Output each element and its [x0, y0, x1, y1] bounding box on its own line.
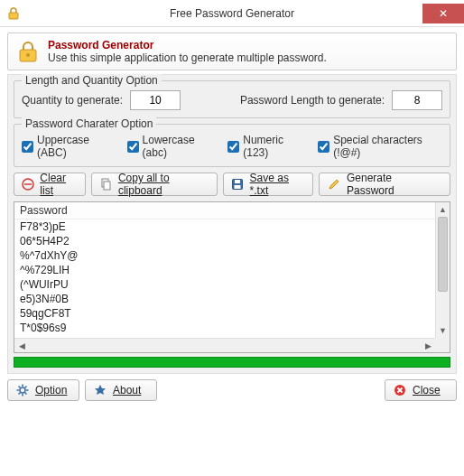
svg-marker-19 — [95, 385, 106, 395]
option-button[interactable]: Option — [7, 379, 79, 401]
option-label: Option — [35, 384, 67, 397]
scroll-thumb[interactable] — [438, 217, 448, 292]
svg-line-16 — [25, 393, 27, 395]
special-checkbox[interactable] — [318, 141, 329, 153]
quantity-input[interactable] — [130, 90, 181, 110]
copy-label: Copy all to clipboard — [118, 172, 209, 197]
length-input[interactable] — [392, 90, 442, 110]
lowercase-label: Lowercase (abc) — [143, 134, 216, 159]
length-quantity-group: Length and Quantity Option Quantity to g… — [14, 80, 450, 118]
about-button[interactable]: About — [85, 379, 157, 401]
list-item[interactable]: 06*5H4P2 — [14, 234, 435, 248]
length-label: Password Length to generate: — [240, 94, 385, 107]
lock-icon — [6, 6, 21, 21]
special-label: Special characters (!@#) — [333, 134, 442, 159]
svg-line-18 — [19, 393, 21, 395]
group-legend: Length and Quantity Option — [22, 74, 162, 87]
window-title: Free Password Generator — [0, 7, 464, 20]
close-icon — [393, 383, 407, 397]
save-as-txt-button[interactable]: Save as *.txt — [223, 173, 313, 196]
character-option-group: Password Charater Option Uppercase (ABC)… — [14, 124, 450, 167]
vertical-scrollbar[interactable]: ▲ ▼ — [435, 202, 450, 338]
numeric-label: Numeric (123) — [243, 134, 305, 159]
numeric-option[interactable]: Numeric (123) — [227, 134, 305, 159]
close-icon: ✕ — [439, 7, 448, 20]
list-item[interactable]: F78*3)pE — [14, 219, 435, 234]
group-legend: Password Charater Option — [22, 117, 156, 130]
bottom-button-row: Option About Close — [0, 374, 464, 406]
lowercase-option[interactable]: Lowercase (abc) — [127, 134, 216, 159]
close-label: Close — [413, 384, 441, 397]
save-icon — [231, 177, 245, 191]
numeric-checkbox[interactable] — [227, 141, 239, 153]
scroll-left-arrow-icon[interactable]: ◀ — [14, 339, 29, 352]
action-button-row: Clear list Copy all to clipboard Save as… — [14, 173, 450, 196]
svg-rect-6 — [104, 182, 110, 190]
svg-line-17 — [25, 387, 27, 388]
progress-bar — [14, 357, 450, 368]
list-column-header[interactable]: Password — [14, 202, 435, 219]
clear-icon — [22, 177, 34, 191]
lock-icon — [15, 39, 41, 64]
gear-icon — [15, 383, 30, 397]
uppercase-option[interactable]: Uppercase (ABC) — [22, 134, 115, 159]
header-text: Password Generator Use this simple appli… — [48, 39, 327, 64]
about-label: About — [113, 384, 141, 397]
header-lock-icon — [15, 39, 41, 64]
list-item[interactable]: T*0$96s9 — [14, 321, 435, 335]
copy-all-button[interactable]: Copy all to clipboard — [91, 173, 218, 196]
scroll-right-arrow-icon[interactable]: ▶ — [421, 339, 435, 352]
quantity-label: Quantity to generate: — [22, 94, 123, 107]
list-item[interactable]: (^WUIrPU — [14, 277, 435, 292]
svg-line-15 — [19, 387, 21, 388]
svg-point-10 — [20, 387, 25, 393]
generate-password-button[interactable]: Generate Password — [319, 173, 450, 196]
header-subtitle: Use this simple application to generate … — [48, 51, 327, 64]
scroll-track[interactable] — [436, 217, 450, 323]
list-item[interactable]: e5)3N#0B — [14, 292, 435, 306]
app-icon — [0, 6, 27, 21]
horizontal-scrollbar[interactable]: ◀ ▶ — [14, 338, 435, 352]
save-label: Save as *.txt — [250, 172, 305, 197]
list-item[interactable]: 59qgCF8T — [14, 306, 435, 321]
copy-icon — [99, 177, 113, 191]
titlebar: Free Password Generator ✕ — [0, 0, 464, 27]
svg-point-2 — [26, 53, 30, 57]
generate-label: Generate Password — [347, 172, 442, 197]
header-title: Password Generator — [48, 39, 327, 51]
uppercase-label: Uppercase (ABC) — [37, 134, 115, 159]
scroll-up-arrow-icon[interactable]: ▲ — [436, 202, 450, 217]
uppercase-checkbox[interactable] — [22, 141, 33, 153]
special-option[interactable]: Special characters (!@#) — [318, 134, 442, 159]
svg-rect-8 — [235, 180, 240, 183]
svg-rect-9 — [235, 185, 241, 189]
list-items-container: F78*3)pE 06*5H4P2 %^7dXhY@ ^%729LIH (^WU… — [14, 219, 435, 335]
about-icon — [93, 383, 107, 397]
header-panel: Password Generator Use this simple appli… — [7, 33, 457, 70]
password-list: Password F78*3)pE 06*5H4P2 %^7dXhY@ ^%72… — [14, 201, 450, 353]
clear-list-button[interactable]: Clear list — [14, 173, 86, 196]
scroll-down-arrow-icon[interactable]: ▼ — [436, 323, 450, 338]
scroll-track[interactable] — [29, 339, 421, 352]
lowercase-checkbox[interactable] — [127, 141, 139, 153]
body-panel: Length and Quantity Option Quantity to g… — [7, 74, 457, 374]
list-item[interactable]: ^%729LIH — [14, 263, 435, 277]
close-button[interactable]: Close — [385, 379, 457, 401]
list-item[interactable]: %^7dXhY@ — [14, 248, 435, 263]
window-close-button[interactable]: ✕ — [422, 4, 464, 23]
svg-rect-0 — [9, 13, 18, 19]
pencil-icon — [327, 177, 341, 191]
clear-label: Clear list — [40, 172, 78, 197]
scroll-corner — [435, 338, 450, 352]
